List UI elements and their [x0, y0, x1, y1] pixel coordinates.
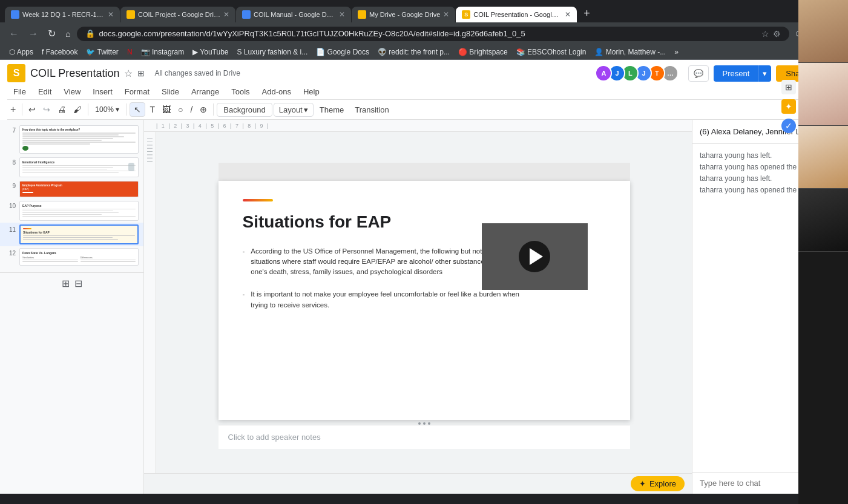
- bookmark-reddit[interactable]: 👽 reddit: the front p...: [375, 47, 453, 57]
- slide-item-12[interactable]: 12 Penn State Vs. Langara Similarities D…: [0, 246, 143, 267]
- slide-thumbnail-8: Emotional Intelligence: [19, 157, 139, 177]
- toolbar-print-button[interactable]: 🖨: [54, 102, 69, 117]
- slide-number-11: 11: [5, 224, 16, 233]
- home-button[interactable]: ⌂: [62, 27, 73, 41]
- bookmark-twitter[interactable]: 🐦 Twitter: [83, 47, 121, 57]
- speaker-notes-area[interactable]: Click to add speaker notes: [219, 425, 630, 449]
- bullet-text-2: It is important to not make your employe…: [251, 289, 533, 310]
- slide-item-11-active[interactable]: 11 Situations for EAP: [0, 223, 143, 246]
- tab-bar: Week 12 DQ 1 - RECR-1166-M... ✕ COIL Pro…: [0, 0, 848, 22]
- toolbar-undo-button[interactable]: ↩: [25, 102, 39, 117]
- tab-4[interactable]: My Drive - Google Drive ✕: [352, 7, 455, 22]
- tab-2[interactable]: COIL Project - Google Drive ✕: [120, 7, 235, 22]
- menu-slide[interactable]: Slide: [156, 85, 185, 98]
- slide-canvas[interactable]: Situations for EAP - According to the US…: [219, 181, 630, 420]
- bookmark-luxury[interactable]: S Luxury fashion & i...: [234, 47, 311, 57]
- reload-button[interactable]: ↻: [45, 26, 59, 41]
- bookmark-instagram[interactable]: 📷 Instagram: [138, 47, 188, 57]
- forward-button[interactable]: →: [25, 27, 41, 41]
- ruler-label-left: ||||||||: [147, 138, 153, 164]
- video-placeholder[interactable]: [482, 223, 588, 290]
- star-icon[interactable]: ☆: [124, 68, 133, 79]
- back-button[interactable]: ←: [6, 27, 22, 41]
- extensions-icon[interactable]: ⚙: [773, 29, 781, 39]
- present-dropdown-button[interactable]: ▾: [758, 65, 771, 82]
- menu-view[interactable]: View: [58, 85, 87, 98]
- bookmark-ebsco[interactable]: 📚 EBSCOhost Login: [513, 47, 590, 57]
- menu-add-ons[interactable]: Add-ons: [256, 85, 297, 98]
- video-panel-spacer: [798, 252, 848, 504]
- bookmark-facebook[interactable]: f Facebook: [39, 47, 81, 57]
- bookmark-netflix[interactable]: N: [124, 47, 136, 57]
- address-bar[interactable]: 🔒 docs.google.com/presentation/d/1wYyXiP…: [77, 27, 789, 41]
- tab-favicon-1: [11, 10, 19, 19]
- toolbar-line-button[interactable]: /: [187, 102, 196, 117]
- list-view-button[interactable]: ⊟: [74, 278, 82, 289]
- bottom-toolbar: ✦ Explore: [144, 473, 692, 494]
- tab-title-3: COIL Manual - Google Docs: [254, 11, 336, 18]
- menu-help[interactable]: Help: [297, 85, 326, 98]
- star-icon[interactable]: ☆: [761, 29, 769, 39]
- slide-thumbnail-9: Employee Assistance Program (EAP): [19, 181, 139, 197]
- menu-insert[interactable]: Insert: [87, 85, 119, 98]
- slide-item-10[interactable]: 10 EAP Purpose: [0, 199, 143, 223]
- layout-button[interactable]: Layout ▾: [274, 103, 314, 117]
- toolbar-shapes-button[interactable]: ○: [175, 102, 186, 117]
- toolbar-redo-button[interactable]: ↪: [40, 102, 53, 117]
- tab-favicon-4: [358, 10, 366, 19]
- bookmark-brightspace[interactable]: 🔴 Brightspace: [455, 47, 511, 57]
- transition-button[interactable]: Transition: [350, 103, 394, 116]
- tab-close-1[interactable]: ✕: [108, 10, 114, 19]
- app-title: COIL Presentation: [30, 67, 119, 80]
- slide-number-9: 9: [5, 181, 16, 189]
- toolbar-zoom-button[interactable]: 100% ▾: [91, 103, 123, 116]
- tab-close-5[interactable]: ✕: [565, 10, 571, 19]
- menu-arrange[interactable]: Arrange: [185, 85, 225, 98]
- slide-number-12: 12: [5, 248, 16, 257]
- slides-icon-move[interactable]: ⊞: [137, 68, 145, 78]
- comment-button[interactable]: 💬: [688, 65, 709, 82]
- tab-5-active[interactable]: S COIL Presentation - Google Sl... ✕: [456, 7, 577, 22]
- present-button[interactable]: Present: [714, 65, 758, 82]
- bookmark-morin[interactable]: 👤 Morin, Matthew -...: [591, 47, 669, 57]
- slide-item-9[interactable]: 9 Employee Assistance Program (EAP): [0, 179, 143, 199]
- toolbar-paint-button[interactable]: 🖌: [70, 102, 85, 117]
- bookmarks-bar: ⬡ Apps f Facebook 🐦 Twitter N 📷 Instagra…: [0, 45, 848, 60]
- explore-button[interactable]: ✦ Explore: [631, 476, 685, 491]
- chat-check-icon[interactable]: ✓: [781, 120, 796, 133]
- slide-item-8[interactable]: 8 Emotional Intelligence: [0, 155, 143, 179]
- video-person-1: [798, 0, 848, 63]
- toolbar-cursor-button[interactable]: ↖: [130, 102, 145, 117]
- menu-tools[interactable]: Tools: [225, 85, 255, 98]
- new-tab-button[interactable]: +: [577, 5, 596, 22]
- slide-viewport[interactable]: Situations for EAP - According to the US…: [156, 132, 692, 473]
- background-button[interactable]: Background: [217, 103, 272, 117]
- bookmark-google-docs[interactable]: 📄 Google Docs: [313, 47, 372, 57]
- menu-file[interactable]: File: [7, 85, 32, 98]
- slide-thumbnail-10: EAP Purpose: [19, 201, 139, 221]
- tab-close-4[interactable]: ✕: [443, 10, 449, 19]
- bullet-dash-1: -: [243, 246, 245, 278]
- tab-3[interactable]: COIL Manual - Google Docs ✕: [236, 7, 351, 22]
- play-button-large[interactable]: [519, 241, 550, 272]
- tab-close-2[interactable]: ✕: [223, 10, 229, 19]
- slide-thumbnail-12: Penn State Vs. Langara Similarities Diff…: [19, 248, 139, 266]
- toolbar-image-button[interactable]: 🖼: [159, 102, 174, 117]
- tab-close-3[interactable]: ✕: [339, 10, 345, 19]
- grid-view-button[interactable]: ⊞: [62, 278, 70, 289]
- menu-edit[interactable]: Edit: [32, 85, 58, 98]
- toolbar-add-button[interactable]: +: [7, 102, 19, 117]
- chat-side-icons: ⊞ ✦ ✓: [779, 120, 798, 137]
- bookmarks-more[interactable]: »: [671, 47, 682, 57]
- toolbar-more-shapes-button[interactable]: ⊕: [197, 102, 210, 117]
- toolbar-textbox-button[interactable]: T: [146, 102, 158, 117]
- theme-button[interactable]: Theme: [315, 103, 349, 116]
- bookmark-apps[interactable]: ⬡ Apps: [6, 47, 36, 57]
- ruler-left: ||||||||: [144, 132, 156, 473]
- tab-1[interactable]: Week 12 DQ 1 - RECR-1166-M... ✕: [5, 7, 120, 22]
- menu-format[interactable]: Format: [119, 85, 156, 98]
- address-bar-row: ← → ↻ ⌂ 🔒 docs.google.com/presentation/d…: [0, 22, 848, 45]
- bookmark-youtube[interactable]: ▶ YouTube: [189, 47, 231, 57]
- explore-label: Explore: [649, 479, 676, 488]
- slide-item-7[interactable]: 7 How does this topic relate to the work…: [0, 123, 143, 155]
